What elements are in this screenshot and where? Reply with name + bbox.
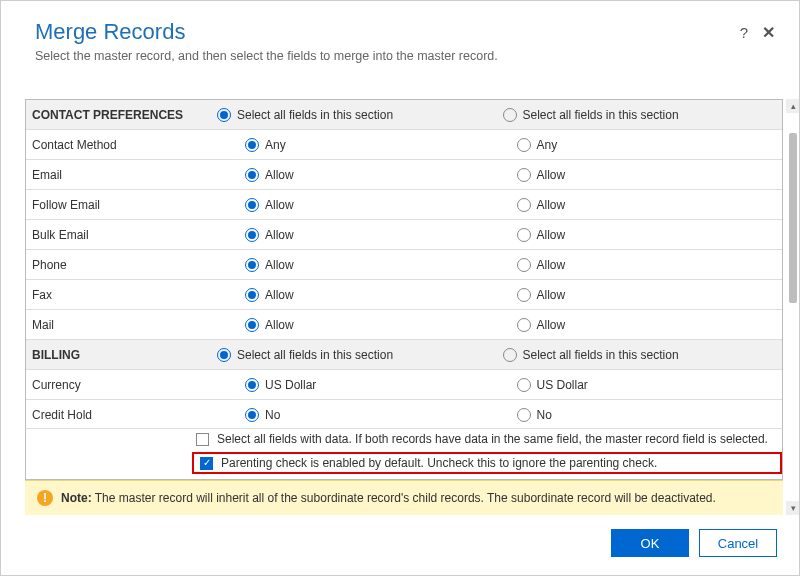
note-text: Note: The master record will inherit all… bbox=[61, 491, 716, 505]
field-a-radio[interactable] bbox=[245, 288, 259, 302]
field-a-value: Allow bbox=[265, 258, 294, 272]
field-a-radio[interactable] bbox=[245, 138, 259, 152]
merge-records-dialog: Merge Records ? ✕ Select the master reco… bbox=[0, 0, 800, 576]
cancel-button[interactable]: Cancel bbox=[699, 529, 777, 557]
field-row: Fax Allow Allow bbox=[26, 280, 782, 310]
select-all-data-label: Select all fields with data. If both rec… bbox=[217, 432, 768, 446]
select-all-label: Select all fields in this section bbox=[523, 348, 679, 362]
field-label: Phone bbox=[26, 252, 211, 278]
help-icon[interactable]: ? bbox=[740, 24, 748, 41]
field-a-value: Allow bbox=[265, 318, 294, 332]
ok-button[interactable]: OK bbox=[611, 529, 689, 557]
field-a-value: No bbox=[265, 408, 280, 422]
field-b-value: Allow bbox=[537, 228, 566, 242]
select-all-a-radio[interactable] bbox=[217, 108, 231, 122]
field-a-value: Allow bbox=[265, 168, 294, 182]
field-b-radio[interactable] bbox=[517, 198, 531, 212]
dialog-header: Merge Records ? ✕ Select the master reco… bbox=[1, 1, 799, 69]
field-a-radio[interactable] bbox=[245, 318, 259, 332]
field-b-radio[interactable] bbox=[517, 258, 531, 272]
field-row: Credit Hold No No bbox=[26, 400, 782, 428]
bottom-options: Select all fields with data. If both rec… bbox=[25, 428, 783, 480]
field-a-value: Any bbox=[265, 138, 286, 152]
field-b-value: No bbox=[537, 408, 552, 422]
field-row: Currency US Dollar US Dollar bbox=[26, 370, 782, 400]
field-a-value: US Dollar bbox=[265, 378, 316, 392]
field-a-radio[interactable] bbox=[245, 408, 259, 422]
field-label: Mail bbox=[26, 312, 211, 338]
parenting-check-row: ✓ Parenting check is enabled by default.… bbox=[26, 449, 782, 479]
scroll-track[interactable] bbox=[786, 113, 799, 501]
field-b-radio[interactable] bbox=[517, 288, 531, 302]
select-all-data-row: Select all fields with data. If both rec… bbox=[26, 429, 782, 449]
field-b-radio[interactable] bbox=[517, 318, 531, 332]
note-bar: ! Note: The master record will inherit a… bbox=[25, 480, 783, 515]
field-label: Credit Hold bbox=[26, 402, 211, 428]
field-b-value: Allow bbox=[537, 258, 566, 272]
field-b-value: Allow bbox=[537, 168, 566, 182]
dialog-footer: OK Cancel bbox=[1, 515, 799, 575]
field-a-radio[interactable] bbox=[245, 378, 259, 392]
field-a-value: Allow bbox=[265, 228, 294, 242]
section-title: BILLING bbox=[26, 342, 211, 368]
parenting-highlight: ✓ Parenting check is enabled by default.… bbox=[192, 452, 782, 474]
field-b-radio[interactable] bbox=[517, 378, 531, 392]
field-b-value: Allow bbox=[537, 288, 566, 302]
warning-icon: ! bbox=[37, 490, 53, 506]
parenting-checkbox[interactable]: ✓ bbox=[200, 457, 213, 470]
field-row: Follow Email Allow Allow bbox=[26, 190, 782, 220]
field-row: Phone Allow Allow bbox=[26, 250, 782, 280]
section-header-contact: CONTACT PREFERENCES Select all fields in… bbox=[26, 100, 782, 130]
select-all-a-radio[interactable] bbox=[217, 348, 231, 362]
field-row: Contact Method Any Any bbox=[26, 130, 782, 160]
scroll-thumb[interactable] bbox=[789, 133, 797, 303]
select-all-b-radio[interactable] bbox=[503, 348, 517, 362]
field-a-value: Allow bbox=[265, 288, 294, 302]
field-a-radio[interactable] bbox=[245, 258, 259, 272]
select-all-data-checkbox[interactable] bbox=[196, 433, 209, 446]
fields-grid: CONTACT PREFERENCES Select all fields in… bbox=[25, 99, 783, 428]
field-b-value: US Dollar bbox=[537, 378, 588, 392]
field-label: Currency bbox=[26, 372, 211, 398]
field-a-radio[interactable] bbox=[245, 198, 259, 212]
field-b-radio[interactable] bbox=[517, 138, 531, 152]
field-b-value: Allow bbox=[537, 198, 566, 212]
field-b-radio[interactable] bbox=[517, 228, 531, 242]
close-icon[interactable]: ✕ bbox=[762, 23, 775, 42]
field-label: Email bbox=[26, 162, 211, 188]
field-a-radio[interactable] bbox=[245, 168, 259, 182]
section-header-billing: BILLING Select all fields in this sectio… bbox=[26, 340, 782, 370]
dialog-subtitle: Select the master record, and then selec… bbox=[35, 49, 775, 63]
dialog-title: Merge Records bbox=[35, 19, 740, 45]
field-label: Follow Email bbox=[26, 192, 211, 218]
field-row: Email Allow Allow bbox=[26, 160, 782, 190]
field-label: Bulk Email bbox=[26, 222, 211, 248]
select-all-label: Select all fields in this section bbox=[237, 348, 393, 362]
scroll-up-icon[interactable]: ▴ bbox=[786, 99, 799, 113]
field-b-value: Allow bbox=[537, 318, 566, 332]
select-all-b-radio[interactable] bbox=[503, 108, 517, 122]
field-row: Mail Allow Allow bbox=[26, 310, 782, 340]
field-label: Contact Method bbox=[26, 132, 211, 158]
select-all-label: Select all fields in this section bbox=[237, 108, 393, 122]
field-label: Fax bbox=[26, 282, 211, 308]
scroll-down-icon[interactable]: ▾ bbox=[786, 501, 799, 515]
field-row: Bulk Email Allow Allow bbox=[26, 220, 782, 250]
field-a-value: Allow bbox=[265, 198, 294, 212]
vertical-scrollbar[interactable]: ▴ ▾ bbox=[786, 99, 799, 515]
section-title: CONTACT PREFERENCES bbox=[26, 102, 211, 128]
field-b-radio[interactable] bbox=[517, 408, 531, 422]
field-b-value: Any bbox=[537, 138, 558, 152]
content-area: CONTACT PREFERENCES Select all fields in… bbox=[1, 69, 799, 515]
select-all-label: Select all fields in this section bbox=[523, 108, 679, 122]
field-a-radio[interactable] bbox=[245, 228, 259, 242]
parenting-label: Parenting check is enabled by default. U… bbox=[221, 456, 657, 470]
field-b-radio[interactable] bbox=[517, 168, 531, 182]
